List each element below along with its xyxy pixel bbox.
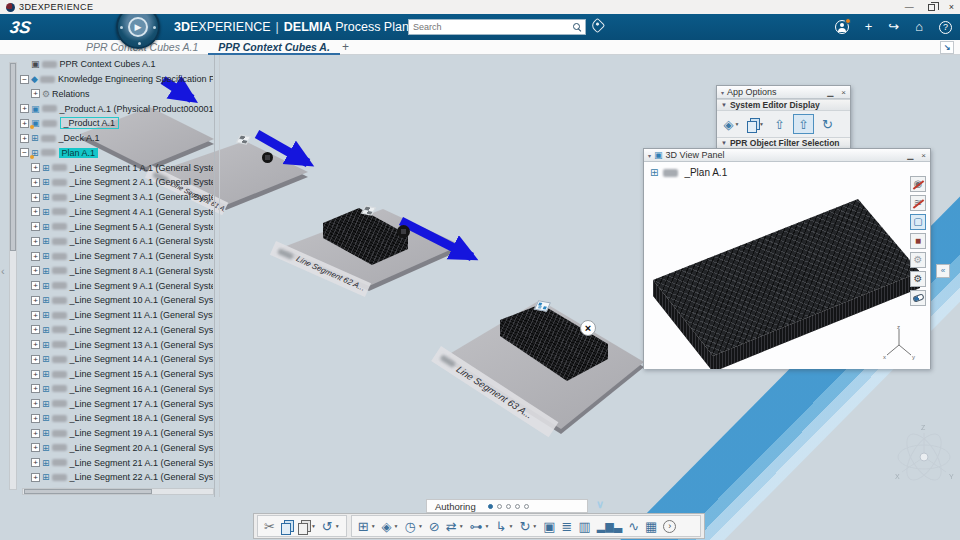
close-panel-icon[interactable]: ×: [921, 151, 926, 160]
dropdown-arrow-icon[interactable]: ▼: [371, 523, 376, 529]
dropdown-arrow-icon[interactable]: ▼: [735, 121, 740, 127]
tree-row[interactable]: +▣_Product A.1: [20, 116, 213, 131]
tree-expander-icon[interactable]: +: [31, 325, 40, 334]
tree-row[interactable]: −⊞Plan A.1: [20, 146, 213, 161]
tree-row[interactable]: +⊞_Line Segment 13 A.1 (General System00…: [31, 337, 213, 352]
mode-status-pill[interactable]: Authoring: [426, 499, 588, 513]
tree-node-label[interactable]: _Line Segment 13 A.1 (General System0000…: [70, 340, 213, 350]
tree-expander-icon[interactable]: +: [31, 443, 40, 452]
3d-view-viewport[interactable]: ⊞ _Plan A.1 ◉≋▢■⚙⚙ zxy: [644, 162, 930, 369]
page-dots[interactable]: [488, 504, 529, 509]
tree-node-label[interactable]: _Line Segment 14 A.1 (General System0000…: [70, 354, 213, 364]
tree-row[interactable]: +⊞_Deck A.1: [20, 131, 213, 146]
tree-expander-icon[interactable]: +: [31, 163, 40, 172]
status-dot-icon[interactable]: [262, 152, 273, 163]
tree-expander-icon[interactable]: +: [31, 207, 40, 216]
dropdown-arrow-icon[interactable]: ▼: [418, 523, 423, 529]
tree-row[interactable]: +⊞_Line Segment 22 A.1 (General System00…: [31, 470, 213, 485]
tree-row[interactable]: +⊞_Line Segment 15 A.1 (General System00…: [31, 367, 213, 382]
tree-row[interactable]: +⊞_Line Segment 21 A.1 (General System00…: [31, 455, 213, 470]
tree-node-label[interactable]: _Product A.1 (Physical Product00000190.1…: [60, 104, 213, 114]
page-dot[interactable]: [515, 504, 520, 509]
bar-chart-button[interactable]: ▂▆▃: [594, 516, 625, 536]
swap-flow-button[interactable]: ⇄▼: [443, 516, 467, 536]
tree-expander-icon[interactable]: +: [31, 458, 40, 467]
help-icon[interactable]: ?: [939, 21, 952, 34]
tree-node-label[interactable]: _Line Segment 18 A.1 (General System0000…: [70, 413, 213, 423]
tree-node-label[interactable]: _Line Segment 12 A.1 (General System0000…: [70, 325, 213, 335]
tree-row[interactable]: +⊞_Line Segment 19 A.1 (General System00…: [31, 426, 213, 441]
tree-row[interactable]: +⊞_Line Segment 9 A.1 (General System000…: [31, 278, 213, 293]
page-dot[interactable]: [497, 504, 502, 509]
new-tab-button[interactable]: +: [342, 40, 349, 54]
tree-row[interactable]: +▣_Product A.1 (Physical Product00000190…: [20, 101, 213, 116]
tree-row[interactable]: +⊞_Line Segment 20 A.1 (General System00…: [31, 441, 213, 456]
reframe-button[interactable]: ▢: [910, 214, 926, 230]
minimize-button[interactable]: —: [905, 2, 914, 12]
graph-off-button[interactable]: ≋: [910, 195, 926, 211]
tree-expander-icon[interactable]: +: [31, 193, 40, 202]
add-content-button[interactable]: +: [865, 20, 873, 34]
tree-node-label[interactable]: _Line Segment 16 A.1 (General System0000…: [70, 384, 213, 394]
tree-node-label[interactable]: Knowledge Engineering Specification Phys…: [58, 74, 213, 84]
dropdown-arrow-icon[interactable]: ▼: [508, 523, 513, 529]
tree-expander-icon[interactable]: +: [31, 384, 40, 393]
gears-button[interactable]: ⚙: [910, 252, 926, 268]
tree-node-label[interactable]: _Line Segment 21 A.1 (General System0000…: [70, 458, 213, 468]
share-icon[interactable]: ↪: [888, 20, 899, 34]
tree-expander-icon[interactable]: +: [31, 340, 40, 349]
dropdown-arrow-icon[interactable]: ▼: [394, 523, 399, 529]
undo-button[interactable]: ↺▼: [319, 516, 343, 536]
tree-row[interactable]: +⊞_Line Segment 14 A.1 (General System00…: [31, 352, 213, 367]
tree-row[interactable]: +⊞_Line Segment 11 A.1 (General System00…: [31, 308, 213, 323]
tree-row[interactable]: +⊞_Line Segment 7 A.1 (General System000…: [31, 249, 213, 264]
status-chevron-icon[interactable]: ∨: [596, 498, 604, 511]
tree-row[interactable]: +⊞_Line Segment 1 A.1 (General System000…: [31, 160, 213, 175]
graph-pages-button[interactable]: ▼: [745, 114, 766, 134]
wave-chart-button[interactable]: ∿: [625, 516, 642, 536]
dropdown-arrow-icon[interactable]: ▼: [485, 523, 490, 529]
close-button[interactable]: ×: [949, 2, 954, 12]
tree-expander-icon[interactable]: −: [20, 148, 29, 157]
tree-expander-icon[interactable]: +: [31, 222, 40, 231]
panel-collapse-icon[interactable]: ▾: [721, 89, 724, 96]
update-button[interactable]: ⇧: [793, 114, 814, 134]
tree-expander-icon[interactable]: +: [31, 311, 40, 320]
tree-vertical-scrollbar[interactable]: [9, 62, 17, 490]
link-operations-button[interactable]: ⊶▼: [467, 516, 493, 536]
3ds-logo[interactable]: 3S: [9, 18, 33, 38]
pivot-table-button[interactable]: ▦: [642, 516, 660, 536]
tree-row[interactable]: +⊞_Line Segment 10 A.1 (General System00…: [31, 293, 213, 308]
panel-collapse-icon[interactable]: ▾: [648, 152, 651, 159]
tree-row[interactable]: +⊞_Line Segment 2 A.1 (General System000…: [31, 175, 213, 190]
capture-off-button[interactable]: ◉: [910, 176, 926, 192]
tree-row[interactable]: +⊞_Line Segment 4 A.1 (General System000…: [31, 205, 213, 220]
paste-button[interactable]: ▼: [295, 516, 319, 536]
tree-row[interactable]: +▣PPR Context Cubes A.1: [20, 57, 213, 72]
dropdown-arrow-icon[interactable]: ▼: [335, 523, 340, 529]
display-mode-button[interactable]: ◈▼: [721, 114, 742, 134]
refresh-button[interactable]: ↻: [817, 114, 838, 134]
dropdown-arrow-icon[interactable]: ▼: [459, 523, 464, 529]
tree-expander-icon[interactable]: +: [20, 119, 29, 128]
tree-expander-icon[interactable]: +: [31, 399, 40, 408]
dropdown-arrow-icon[interactable]: ▼: [311, 523, 316, 529]
cut-button[interactable]: ✂: [261, 516, 278, 536]
page-dot[interactable]: [506, 504, 511, 509]
tag-icon[interactable]: [590, 18, 606, 34]
expand-side-panel-button[interactable]: «: [936, 264, 950, 278]
tab-ppr-context-cubes-2[interactable]: PPR Context Cubes A.: [208, 40, 340, 55]
tree-node-label[interactable]: Relations: [52, 89, 90, 99]
red-cube-button[interactable]: ■: [910, 233, 926, 249]
tree-panel-divider[interactable]: [214, 55, 215, 497]
tree-node-label[interactable]: _Deck A.1: [59, 133, 100, 143]
play-icon[interactable]: ▶: [128, 17, 148, 37]
copy-button[interactable]: [278, 516, 295, 536]
tree-node-label[interactable]: _Line Segment 1 A.1 (General System00001…: [70, 163, 213, 173]
tree-expander-icon[interactable]: +: [31, 252, 40, 261]
app-options-title-bar[interactable]: ▾ App Options ▁ ×: [717, 86, 850, 99]
tree-row[interactable]: −◆Knowledge Engineering Specification Ph…: [20, 72, 213, 87]
tree-node-label[interactable]: _Line Segment 8 A.1 (General System00002…: [70, 266, 213, 276]
section-system-editor-display[interactable]: ▼ System Editor Display: [717, 99, 850, 111]
minimize-panel-icon[interactable]: ▁: [907, 151, 913, 160]
